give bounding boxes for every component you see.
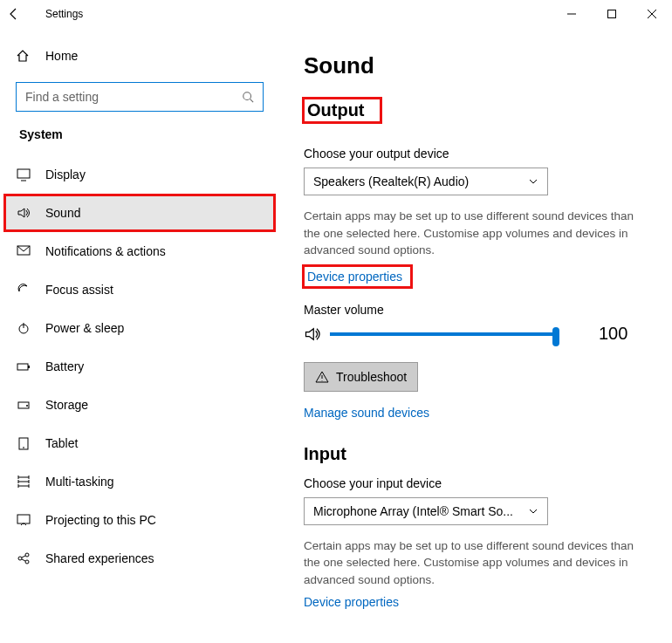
home-icon bbox=[16, 49, 31, 63]
maximize-button[interactable] bbox=[592, 0, 632, 28]
nav-label: Battery bbox=[45, 359, 84, 373]
titlebar: Settings bbox=[0, 0, 672, 28]
home-nav[interactable]: Home bbox=[3, 38, 276, 73]
svg-point-12 bbox=[25, 553, 29, 557]
nav-label: Shared experiences bbox=[45, 551, 154, 565]
troubleshoot-label: Troubleshoot bbox=[336, 370, 407, 384]
master-volume-value: 100 bbox=[599, 324, 627, 344]
search-placeholder: Find a setting bbox=[25, 90, 242, 104]
master-volume-slider[interactable] bbox=[330, 324, 557, 345]
sound-icon bbox=[16, 206, 31, 220]
sidebar-item-focus-assist[interactable]: Focus assist bbox=[3, 270, 276, 309]
nav-label: Sound bbox=[45, 206, 80, 220]
manage-sound-devices-link[interactable]: Manage sound devices bbox=[304, 406, 429, 420]
svg-point-8 bbox=[26, 405, 28, 407]
input-hint: Certain apps may be set up to use differ… bbox=[304, 537, 653, 589]
nav-label: Notifications & actions bbox=[45, 244, 166, 258]
sidebar-item-storage[interactable]: Storage bbox=[3, 386, 276, 424]
main-panel: Sound Output Choose your output device S… bbox=[279, 28, 672, 643]
sidebar-item-multitasking[interactable]: Multi-tasking bbox=[3, 462, 276, 501]
output-device-dropdown[interactable]: Speakers (Realtek(R) Audio) bbox=[304, 168, 548, 195]
svg-rect-6 bbox=[28, 366, 30, 368]
sidebar-item-shared[interactable]: Shared experiences bbox=[3, 539, 276, 578]
search-icon bbox=[242, 91, 254, 103]
nav-label: Storage bbox=[45, 398, 88, 412]
output-device-selected: Speakers (Realtek(R) Audio) bbox=[313, 174, 521, 188]
battery-icon bbox=[16, 359, 31, 373]
projecting-icon bbox=[16, 513, 31, 527]
svg-rect-10 bbox=[17, 515, 30, 523]
svg-rect-5 bbox=[17, 364, 28, 370]
sidebar-item-tablet[interactable]: Tablet bbox=[3, 424, 276, 462]
chevron-down-icon bbox=[528, 506, 538, 516]
nav-label: Tablet bbox=[45, 436, 78, 450]
notifications-icon bbox=[16, 244, 31, 258]
input-device-dropdown[interactable]: Microphone Array (Intel® Smart So... bbox=[304, 497, 548, 525]
sidebar-item-battery[interactable]: Battery bbox=[3, 347, 276, 386]
sidebar-item-projecting[interactable]: Projecting to this PC bbox=[3, 501, 276, 539]
input-device-properties-link[interactable]: Device properties bbox=[304, 595, 399, 609]
page-title: Sound bbox=[304, 52, 656, 79]
nav-label: Display bbox=[45, 168, 86, 181]
sidebar-item-power-sleep[interactable]: Power & sleep bbox=[3, 309, 276, 347]
tablet-icon bbox=[16, 436, 31, 450]
svg-rect-2 bbox=[17, 169, 30, 178]
output-choose-label: Choose your output device bbox=[304, 147, 656, 161]
back-button[interactable] bbox=[7, 7, 42, 21]
sidebar-item-sound[interactable]: Sound bbox=[3, 194, 276, 232]
svg-point-13 bbox=[25, 560, 29, 564]
shared-icon bbox=[16, 551, 31, 565]
search-input[interactable]: Find a setting bbox=[16, 82, 264, 112]
category-heading: System bbox=[3, 127, 276, 141]
svg-point-1 bbox=[243, 92, 251, 100]
svg-rect-0 bbox=[608, 10, 616, 18]
power-icon bbox=[16, 321, 31, 335]
sidebar-item-notifications[interactable]: Notifications & actions bbox=[3, 232, 276, 270]
output-hint: Certain apps may be set up to use differ… bbox=[304, 208, 653, 259]
input-heading: Input bbox=[304, 444, 656, 464]
nav-label: Multi-tasking bbox=[45, 475, 114, 489]
troubleshoot-button[interactable]: Troubleshoot bbox=[304, 362, 418, 392]
speaker-icon[interactable] bbox=[304, 325, 321, 343]
input-choose-label: Choose your input device bbox=[304, 476, 656, 490]
svg-point-11 bbox=[18, 557, 22, 560]
minimize-button[interactable] bbox=[552, 0, 592, 28]
sidebar-item-display[interactable]: Display bbox=[3, 155, 276, 194]
master-volume-label: Master volume bbox=[304, 303, 656, 317]
home-label: Home bbox=[45, 49, 78, 63]
output-heading: Output bbox=[304, 99, 381, 122]
nav-label: Projecting to this PC bbox=[45, 513, 156, 527]
nav-label: Focus assist bbox=[45, 283, 113, 297]
output-device-properties-link[interactable]: Device properties bbox=[304, 266, 411, 287]
multitasking-icon bbox=[16, 475, 31, 489]
sidebar: Home Find a setting System Display Sound… bbox=[0, 28, 279, 643]
input-device-selected: Microphone Array (Intel® Smart So... bbox=[313, 504, 521, 518]
storage-icon bbox=[16, 398, 31, 412]
close-button[interactable] bbox=[632, 0, 672, 28]
warning-icon bbox=[315, 370, 329, 384]
nav-label: Power & sleep bbox=[45, 321, 124, 335]
chevron-down-icon bbox=[528, 176, 538, 187]
window-title: Settings bbox=[45, 8, 83, 20]
display-icon bbox=[16, 168, 31, 181]
focus-icon bbox=[16, 283, 31, 297]
